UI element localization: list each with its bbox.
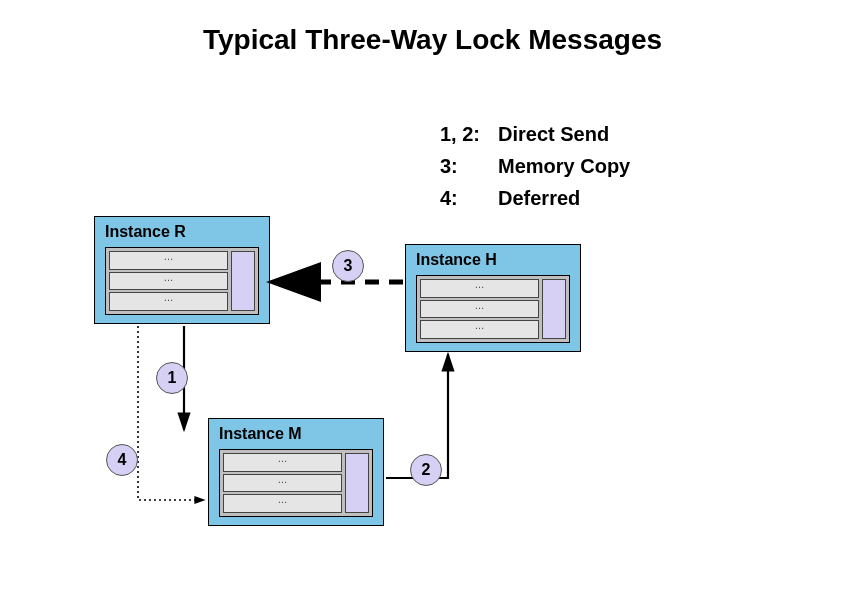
badge-1: 1 [156,362,188,394]
arrows-layer [0,0,865,589]
arrow-4-deferred [138,326,204,500]
badge-3: 3 [332,250,364,282]
badge-4: 4 [106,444,138,476]
badge-2: 2 [410,454,442,486]
